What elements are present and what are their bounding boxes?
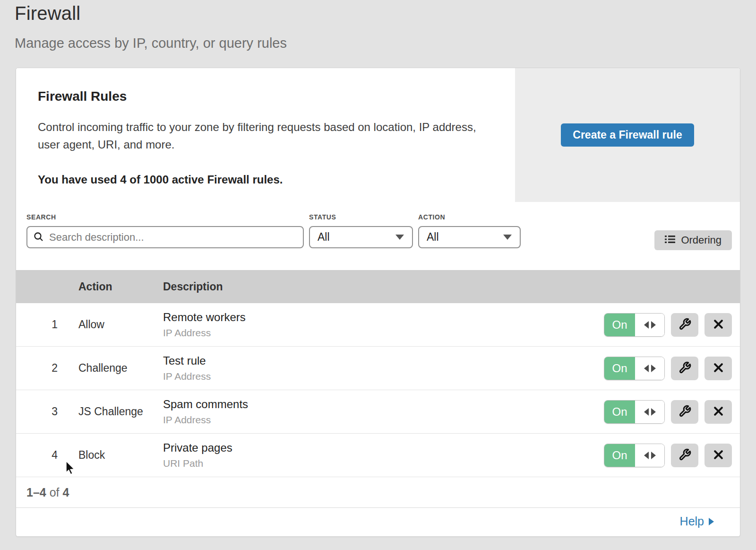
rule-description-cell: Test rule IP Address bbox=[163, 354, 604, 382]
wrench-icon bbox=[679, 318, 691, 332]
page-header: Firewall Manage access by IP, country, o… bbox=[0, 0, 756, 51]
status-filter-group: STATUS All bbox=[309, 213, 413, 248]
rule-controls: On bbox=[604, 444, 740, 467]
caret-down-icon bbox=[503, 235, 512, 240]
rules-table-body: 1 Allow Remote workers IP Address On bbox=[16, 303, 740, 477]
rule-description: Remote workers bbox=[163, 311, 604, 324]
rule-priority: 2 bbox=[16, 362, 78, 375]
pagination-range: 1–4 bbox=[26, 486, 46, 499]
search-input[interactable] bbox=[26, 226, 304, 248]
rule-description: Test rule bbox=[163, 354, 604, 367]
create-firewall-rule-button[interactable]: Create a Firewall rule bbox=[561, 123, 694, 147]
x-icon bbox=[713, 406, 724, 418]
action-column-header: Action bbox=[78, 280, 163, 293]
pagination-summary: 1–4 of 4 bbox=[16, 477, 740, 508]
caret-down-icon bbox=[395, 235, 404, 240]
pagination-total: 4 bbox=[62, 486, 69, 499]
page-title: Firewall bbox=[15, 3, 756, 24]
rule-enabled-toggle[interactable]: On bbox=[604, 400, 665, 424]
table-header: Action Description bbox=[16, 270, 740, 303]
rule-description-cell: Private pages URI Path bbox=[163, 441, 604, 469]
edit-rule-button[interactable] bbox=[671, 313, 698, 337]
wrench-icon bbox=[679, 361, 691, 375]
ordering-button-label: Ordering bbox=[681, 234, 722, 246]
left-right-arrows-icon bbox=[635, 401, 664, 423]
status-label: STATUS bbox=[309, 213, 413, 221]
help-row: Help bbox=[16, 508, 740, 535]
table-row: 3 JS Challenge Spam comments IP Address … bbox=[16, 390, 740, 434]
rule-description: Private pages bbox=[163, 441, 604, 454]
delete-rule-button[interactable] bbox=[704, 313, 732, 337]
toggle-on-label: On bbox=[604, 444, 635, 467]
rule-controls: On bbox=[604, 357, 740, 380]
list-icon bbox=[665, 234, 675, 246]
firewall-rules-card: Firewall Rules Control incoming traffic … bbox=[16, 68, 740, 537]
rule-enabled-toggle[interactable]: On bbox=[604, 313, 665, 337]
rule-description-cell: Spam comments IP Address bbox=[163, 398, 604, 426]
left-right-arrows-icon bbox=[635, 444, 664, 467]
table-row: 1 Allow Remote workers IP Address On bbox=[16, 303, 740, 347]
rule-controls: On bbox=[604, 400, 740, 424]
rule-action: Challenge bbox=[78, 362, 163, 375]
table-row: 4 Block Private pages URI Path On bbox=[16, 434, 740, 477]
rule-priority: 3 bbox=[16, 405, 78, 418]
page-subtitle: Manage access by IP, country, or query r… bbox=[15, 35, 756, 51]
rule-priority: 4 bbox=[16, 449, 78, 462]
delete-rule-button[interactable] bbox=[704, 400, 732, 424]
delete-rule-button[interactable] bbox=[704, 444, 732, 467]
rule-match-type: IP Address bbox=[163, 327, 604, 339]
create-rule-panel: Create a Firewall rule bbox=[515, 68, 740, 202]
pagination-of: of bbox=[50, 486, 60, 499]
edit-rule-button[interactable] bbox=[671, 444, 698, 467]
search-filter-group: SEARCH bbox=[26, 213, 304, 248]
firewall-page: Firewall Manage access by IP, country, o… bbox=[0, 0, 756, 550]
action-filter-group: ACTION All bbox=[418, 213, 521, 248]
search-icon bbox=[33, 231, 44, 244]
toggle-on-label: On bbox=[604, 314, 635, 336]
wrench-icon bbox=[679, 448, 691, 463]
edit-rule-button[interactable] bbox=[671, 400, 698, 424]
rule-match-type: IP Address bbox=[163, 414, 604, 426]
status-select[interactable]: All bbox=[309, 226, 413, 248]
table-row: 2 Challenge Test rule IP Address On bbox=[16, 347, 740, 390]
help-link[interactable]: Help bbox=[680, 515, 714, 528]
rule-action: JS Challenge bbox=[78, 405, 163, 418]
x-icon bbox=[713, 449, 724, 462]
rule-action: Allow bbox=[78, 318, 163, 331]
action-select-value: All bbox=[427, 231, 439, 244]
search-label: SEARCH bbox=[26, 213, 304, 221]
rule-match-type: IP Address bbox=[163, 371, 604, 382]
action-label: ACTION bbox=[418, 213, 521, 221]
rule-enabled-toggle[interactable]: On bbox=[604, 444, 665, 467]
rule-controls: On bbox=[604, 313, 740, 337]
x-icon bbox=[713, 319, 724, 331]
description-column-header: Description bbox=[163, 280, 740, 293]
rule-description-cell: Remote workers IP Address bbox=[163, 311, 604, 339]
arrow-right-icon bbox=[709, 518, 714, 525]
usage-summary: You have used 4 of 1000 active Firewall … bbox=[38, 173, 496, 186]
toggle-on-label: On bbox=[604, 357, 635, 380]
wrench-icon bbox=[679, 405, 691, 419]
card-heading: Firewall Rules bbox=[38, 89, 496, 104]
rule-priority: 1 bbox=[16, 318, 78, 331]
rule-description: Spam comments bbox=[163, 398, 604, 411]
x-icon bbox=[713, 362, 724, 375]
status-select-value: All bbox=[318, 231, 330, 244]
left-right-arrows-icon bbox=[635, 314, 664, 336]
search-box bbox=[26, 226, 304, 248]
rule-action: Block bbox=[78, 449, 163, 462]
ordering-button[interactable]: Ordering bbox=[654, 230, 732, 250]
filter-bar: SEARCH STATUS All bbox=[16, 202, 740, 270]
rule-match-type: URI Path bbox=[163, 458, 604, 469]
card-intro: Firewall Rules Control incoming traffic … bbox=[16, 68, 515, 202]
left-right-arrows-icon bbox=[635, 357, 664, 380]
card-top-section: Firewall Rules Control incoming traffic … bbox=[16, 68, 740, 202]
help-link-label: Help bbox=[680, 515, 704, 528]
action-select[interactable]: All bbox=[418, 226, 521, 248]
rule-enabled-toggle[interactable]: On bbox=[604, 357, 665, 380]
edit-rule-button[interactable] bbox=[671, 357, 698, 380]
card-description: Control incoming traffic to your zone by… bbox=[38, 118, 487, 153]
toggle-on-label: On bbox=[604, 401, 635, 423]
delete-rule-button[interactable] bbox=[704, 357, 732, 380]
